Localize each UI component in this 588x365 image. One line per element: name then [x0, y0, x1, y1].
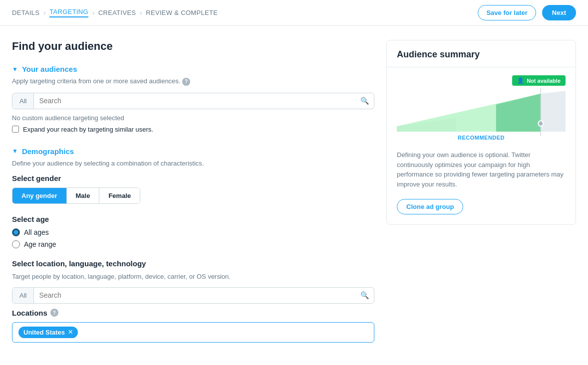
svg-point-5 [538, 121, 543, 126]
location-search-icon: 🔍 [360, 291, 369, 299]
chevron-down-icon-demographics: ▼ [12, 148, 18, 155]
chevron-down-icon: ▼ [12, 66, 18, 73]
location-search-tab[interactable]: All [12, 288, 34, 303]
gender-title: Select gender [12, 174, 374, 182]
audience-summary-card: Audience summary 👤 Not available [386, 40, 576, 225]
expand-reach-label: Expand your reach by targeting similar u… [23, 126, 153, 133]
your-audiences-header[interactable]: ▼ Your audiences [12, 65, 374, 73]
age-all-ages-radio[interactable] [12, 228, 20, 236]
no-targeting-text: No custom audience targeting selected [12, 114, 374, 122]
audience-summary-title: Audience summary [387, 40, 576, 67]
age-subsection: Select age All ages Age range [12, 215, 374, 248]
location-search-wrapper: 🔍 [34, 288, 374, 303]
clone-ad-group-button[interactable]: Clone ad group [397, 199, 463, 214]
header-actions: Save for later Next [478, 5, 576, 20]
audiences-search-wrapper: 🔍 [34, 93, 374, 109]
age-all-ages-text: All ages [24, 228, 49, 236]
help-icon-locations[interactable]: ? [50, 309, 58, 317]
demographics-desc: Define your audience by selecting a comb… [12, 160, 374, 167]
breadcrumb-review[interactable]: REVIEW & COMPLETE [146, 9, 218, 16]
audiences-search-input[interactable] [39, 97, 360, 105]
location-tech-title: Select location, language, technology [12, 259, 374, 268]
next-button[interactable]: Next [542, 5, 576, 20]
location-tag-us: United States ✕ [18, 327, 78, 338]
breadcrumb-sep-2: › [92, 9, 94, 16]
audiences-search-bar: All 🔍 [12, 93, 374, 109]
age-all-ages-label[interactable]: All ages [12, 228, 374, 236]
breadcrumb-targeting[interactable]: TARGETING [49, 8, 88, 17]
gender-female-button[interactable]: Female [99, 188, 140, 203]
breadcrumb: DETAILS › TARGETING › CREATIVES › REVIEW… [12, 8, 218, 17]
location-tags-box: United States ✕ [12, 322, 374, 343]
age-radio-group: All ages Age range [12, 228, 374, 248]
search-icon: 🔍 [360, 97, 369, 105]
not-available-badge: 👤 Not available [512, 75, 566, 86]
save-for-later-button[interactable]: Save for later [478, 5, 536, 20]
audience-chart-area: 👤 Not available RECOMM [387, 67, 576, 147]
audience-desc-text: Defining your own audience is optional. … [387, 147, 576, 199]
location-search-input[interactable] [39, 291, 360, 299]
main-layout: Find your audience ▼ Your audiences Appl… [0, 26, 588, 365]
age-title: Select age [12, 215, 374, 223]
gender-button-group: Any gender Male Female [12, 187, 140, 204]
demographics-section: ▼ Demographics Define your audience by s… [12, 147, 374, 343]
location-search-bar: All 🔍 [12, 287, 374, 304]
demographics-title: Demographics [22, 147, 74, 156]
left-panel: Find your audience ▼ Your audiences Appl… [12, 40, 374, 357]
person-icon: 👤 [517, 77, 524, 84]
breadcrumb-sep-3: › [140, 9, 142, 16]
audiences-search-tab[interactable]: All [12, 93, 34, 109]
right-panel: Audience summary 👤 Not available [386, 40, 576, 357]
breadcrumb-sep-1: › [43, 9, 45, 16]
breadcrumb-creatives[interactable]: CREATIVES [98, 9, 136, 16]
location-tag-label: United States [23, 329, 65, 336]
age-range-label[interactable]: Age range [12, 240, 374, 248]
help-icon-audiences[interactable]: ? [182, 78, 190, 86]
audience-chart [397, 77, 566, 137]
location-tag-remove[interactable]: ✕ [68, 329, 73, 336]
expand-reach-checkbox-label[interactable]: Expand your reach by targeting similar u… [12, 126, 374, 133]
svg-marker-3 [541, 91, 566, 132]
not-available-label: Not available [527, 78, 561, 84]
breadcrumb-details[interactable]: DETAILS [12, 9, 39, 16]
expand-reach-checkbox[interactable] [12, 126, 19, 133]
demographics-header[interactable]: ▼ Demographics [12, 147, 374, 156]
locations-label-row: Locations ? [12, 309, 374, 317]
location-subsection: Select location, language, technology Ta… [12, 259, 374, 343]
gender-any-button[interactable]: Any gender [12, 188, 67, 203]
your-audiences-title: Your audiences [22, 65, 77, 73]
age-range-radio[interactable] [12, 240, 20, 248]
gender-male-button[interactable]: Male [67, 188, 100, 203]
locations-label: Locations [12, 309, 47, 317]
your-audiences-section: ▼ Your audiences Apply targeting criteri… [12, 65, 374, 133]
header: DETAILS › TARGETING › CREATIVES › REVIEW… [0, 0, 588, 26]
your-audiences-desc: Apply targeting criteria from one or mor… [12, 77, 374, 86]
age-range-text: Age range [24, 240, 56, 248]
gender-subsection: Select gender Any gender Male Female [12, 174, 374, 204]
location-tech-desc: Target people by location, language, pla… [12, 273, 374, 280]
page-title: Find your audience [12, 40, 374, 53]
clone-btn-wrapper: Clone ad group [387, 199, 576, 224]
svg-marker-2 [496, 94, 541, 132]
